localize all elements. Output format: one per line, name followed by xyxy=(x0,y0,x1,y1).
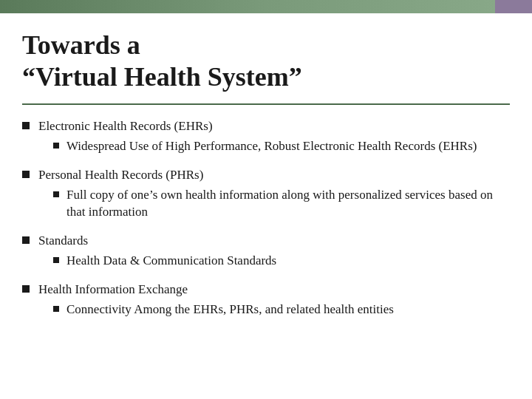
title-section: Towards a “Virtual Health System” xyxy=(22,30,510,93)
top-bar-accent xyxy=(495,0,532,13)
list-item: Full copy of one’s own health informatio… xyxy=(38,187,510,221)
bullet-square-icon xyxy=(22,285,30,293)
content-area: Towards a “Virtual Health System” Electr… xyxy=(0,13,532,345)
bullet-4-text: Health Information Exchange xyxy=(38,282,188,296)
list-item: Connectivity Among the EHRs, PHRs, and r… xyxy=(38,301,510,318)
bullet-square-icon xyxy=(22,171,30,178)
list-item: Standards Health Data & Communication St… xyxy=(22,233,510,273)
sub-bullet-icon xyxy=(53,257,59,263)
slide-container: Towards a “Virtual Health System” Electr… xyxy=(0,0,532,399)
sub-list-3: Health Data & Communication Standards xyxy=(38,253,510,270)
main-bullet-list: Electronic Health Records (EHRs) Widespr… xyxy=(22,118,510,321)
page-title: Towards a “Virtual Health System” xyxy=(22,30,510,93)
sub-bullet-icon xyxy=(53,143,59,149)
list-item: Health Information Exchange Connectivity… xyxy=(22,282,510,321)
sub-bullet-icon xyxy=(53,306,59,312)
bullet-square-icon xyxy=(22,236,30,244)
bullet-square-icon xyxy=(22,122,30,129)
bullet-1-text: Electronic Health Records (EHRs) xyxy=(38,119,213,133)
top-bar xyxy=(0,0,532,13)
title-line1: Towards a xyxy=(22,30,140,60)
bullet-2-text: Personal Health Records (PHRs) xyxy=(38,168,203,182)
bullet-3-text: Standards xyxy=(38,233,88,248)
title-divider xyxy=(22,103,510,105)
sub-list-1: Widespread Use of High Performance, Robu… xyxy=(38,138,510,155)
list-item: Electronic Health Records (EHRs) Widespr… xyxy=(22,118,510,158)
sub-list-2: Full copy of one’s own health informatio… xyxy=(38,187,510,221)
list-item: Health Data & Communication Standards xyxy=(38,253,510,270)
list-item: Widespread Use of High Performance, Robu… xyxy=(38,138,510,155)
sub-4-1-text: Connectivity Among the EHRs, PHRs, and r… xyxy=(66,301,510,318)
sub-bullet-icon xyxy=(53,191,59,197)
sub-2-1-text: Full copy of one’s own health informatio… xyxy=(66,187,510,221)
sub-3-1-text: Health Data & Communication Standards xyxy=(66,253,510,270)
list-item: Personal Health Records (PHRs) Full copy… xyxy=(22,167,510,224)
title-line2: “Virtual Health System” xyxy=(22,62,302,92)
sub-list-4: Connectivity Among the EHRs, PHRs, and r… xyxy=(38,301,510,318)
sub-1-1-text: Widespread Use of High Performance, Robu… xyxy=(66,138,510,155)
